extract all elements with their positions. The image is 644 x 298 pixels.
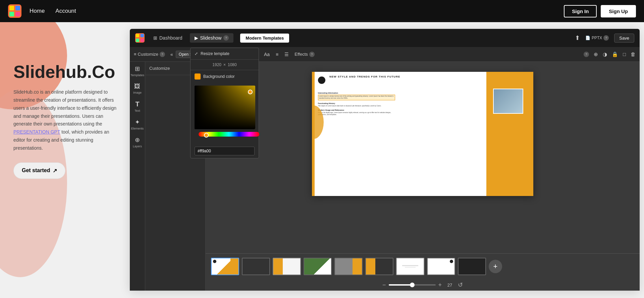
thumb8-circle bbox=[450, 260, 453, 263]
effects-label: Effects bbox=[294, 52, 308, 57]
slide-thumb-1[interactable] bbox=[211, 258, 239, 275]
image-icon: 🖼 bbox=[134, 83, 140, 90]
nav-account[interactable]: Account bbox=[55, 8, 76, 14]
text-icon-label: Text bbox=[135, 109, 140, 112]
slide-section-2-body: The origins of Lorem Ipsum date back to … bbox=[318, 105, 395, 107]
editor-area: ⊞ Templates 🖼 Image T Text ✦ Elements ⊕ bbox=[130, 62, 640, 291]
customize-help-icon[interactable]: ? bbox=[160, 52, 165, 57]
slide-canvas[interactable]: NEW STYLE AND TRENDS FOR THIS FUTURE Int… bbox=[312, 72, 533, 196]
slide-thumb-7[interactable] bbox=[396, 258, 424, 275]
slide-orange-block bbox=[486, 72, 533, 196]
thumb5-accent bbox=[353, 258, 362, 275]
delete-icon[interactable]: 🗑 bbox=[631, 51, 636, 57]
customize-label-text: Customize bbox=[138, 52, 158, 57]
color-gradient-picker[interactable] bbox=[195, 86, 206, 129]
slidehub-link: SlideHub.co bbox=[13, 89, 39, 95]
t7-line1 bbox=[402, 265, 418, 266]
signup-button[interactable]: Sign Up bbox=[601, 5, 636, 17]
slide-main-title: NEW STYLE AND TRENDS FOR THIS FUTURE bbox=[329, 75, 400, 78]
landing-description: SlideHub.co is an online platform design… bbox=[13, 88, 121, 152]
thumb-orange-block bbox=[230, 258, 238, 275]
zoom-slider[interactable] bbox=[389, 284, 436, 286]
topbar-right-actions: ⬆ 📄 PPTX ? Save bbox=[575, 34, 634, 43]
zoom-out-button[interactable]: − bbox=[382, 282, 386, 289]
share-icon[interactable]: ⬆ bbox=[575, 34, 580, 42]
add-slide-button[interactable]: + bbox=[489, 260, 502, 273]
elements-icon: ✦ bbox=[135, 118, 140, 126]
dashboard-tab[interactable]: ⊞ Dashboard bbox=[149, 33, 187, 43]
hue-slider-container bbox=[191, 132, 206, 144]
text-icon: T bbox=[135, 100, 139, 108]
slide-thumb-3[interactable] bbox=[273, 258, 301, 275]
save-button[interactable]: Save bbox=[614, 34, 634, 43]
slideshow-help-icon[interactable]: ? bbox=[223, 35, 229, 41]
app-window: ⊞ Dashboard ▶ Slideshow ? Modern Templat… bbox=[130, 29, 640, 291]
bg-color-row[interactable]: Background color bbox=[191, 70, 206, 83]
slideshow-tab[interactable]: ▶ Slideshow ? bbox=[190, 33, 234, 43]
device-icon[interactable]: □ bbox=[623, 51, 626, 57]
list-btn[interactable]: ☰ bbox=[283, 51, 290, 58]
layers-icon[interactable]: ⊕ bbox=[594, 51, 598, 57]
collapse-panel-btn[interactable]: « bbox=[170, 52, 173, 57]
thumb7-content bbox=[397, 258, 424, 275]
slide-section-1-body: Lorem Ipsum is simply dummy text of the … bbox=[318, 95, 395, 100]
presentation-gpt-link[interactable]: PRESENTATION GPT bbox=[13, 129, 60, 135]
slide-circle-accent bbox=[318, 77, 325, 84]
templates-button[interactable]: Modern Templates bbox=[240, 34, 289, 43]
slide-thumb-5[interactable] bbox=[334, 258, 363, 275]
zoom-slider-fill bbox=[389, 284, 412, 286]
app-logo-icon bbox=[8, 4, 21, 18]
slide-thumb-8[interactable] bbox=[427, 258, 455, 275]
hue-slider-thumb bbox=[204, 133, 206, 138]
layers-sidebar-icon: ⊕ bbox=[135, 136, 140, 144]
sidebar-item-templates[interactable]: ⊞ Templates bbox=[130, 65, 144, 77]
slide-canvas-area: NEW STYLE AND TRENDS FOR THIS FUTURE Int… bbox=[206, 62, 640, 291]
logo-area bbox=[8, 4, 21, 18]
lock-icon[interactable]: 🔒 bbox=[612, 51, 618, 57]
effects-help-icon[interactable]: ? bbox=[309, 52, 315, 57]
toolbar-help-icon[interactable]: ? bbox=[584, 52, 589, 57]
svg-rect-3 bbox=[9, 12, 14, 16]
customize-label-area: ≡ Customize ? bbox=[134, 52, 165, 57]
font-case-btn[interactable]: Aa bbox=[262, 51, 271, 58]
nav-home[interactable]: Home bbox=[30, 8, 45, 14]
effects-area: Effects ? bbox=[294, 52, 315, 57]
thumb3-accent bbox=[273, 258, 283, 275]
pptx-download-btn[interactable]: 📄 PPTX ? bbox=[585, 35, 609, 41]
slide-photo bbox=[493, 89, 523, 114]
app-logo-small bbox=[135, 33, 145, 43]
slide-thumb-9[interactable] bbox=[458, 258, 486, 275]
slide-thumb-4[interactable] bbox=[304, 258, 332, 275]
zoom-reset-button[interactable]: ↺ bbox=[458, 281, 463, 289]
pptx-help-icon: ? bbox=[603, 35, 609, 41]
sidebar-item-layers[interactable]: ⊕ Layers bbox=[133, 136, 142, 148]
slideshow-tab-label: Slideshow bbox=[200, 35, 222, 41]
toolbar2-right-icons: ? ⊕ ◑ 🔒 □ 🗑 bbox=[584, 51, 636, 57]
zoom-in-button[interactable]: + bbox=[438, 282, 442, 289]
slide-thumb-2[interactable] bbox=[242, 258, 270, 275]
get-started-button[interactable]: Get started ↗ bbox=[13, 162, 65, 179]
customize-title: Customize bbox=[149, 66, 170, 71]
sidebar-item-text[interactable]: T Text bbox=[135, 100, 140, 112]
landing-content: Slidehub.Co SlideHub.co is an online pla… bbox=[0, 49, 134, 192]
pptx-icon: 📄 bbox=[585, 36, 590, 40]
nav-links: Home Account bbox=[30, 8, 76, 14]
slide-section-3-body: Even in the digital age, Lorem Ipsum rem… bbox=[318, 112, 395, 116]
signin-button[interactable]: Sign In bbox=[564, 5, 597, 17]
slide-thumb-6[interactable] bbox=[365, 258, 393, 275]
thumb-circle bbox=[213, 260, 216, 263]
svg-rect-1 bbox=[9, 6, 14, 10]
slide-section-3: Modern Usage and Relevance Even in the d… bbox=[318, 109, 395, 116]
desc-part1: is an online platform designed to stream… bbox=[13, 89, 116, 127]
hex-color-input[interactable] bbox=[195, 147, 206, 155]
layers-icon-label: Layers bbox=[133, 145, 142, 148]
slide-section-1-title: Interesting Information bbox=[318, 92, 395, 94]
bg-color-swatch bbox=[195, 73, 201, 80]
top-navigation: Home Account Sign In Sign Up bbox=[0, 0, 644, 22]
svg-rect-8 bbox=[136, 39, 139, 42]
sidebar-item-image[interactable]: 🖼 Image bbox=[133, 83, 142, 94]
sidebar-item-elements[interactable]: ✦ Elements bbox=[131, 118, 144, 130]
contrast-icon[interactable]: ◑ bbox=[603, 51, 607, 57]
customize-panel: Customize ⤢ Resize template 1920 × 1080 bbox=[145, 62, 206, 291]
align-btn[interactable]: ≡ bbox=[274, 51, 280, 58]
